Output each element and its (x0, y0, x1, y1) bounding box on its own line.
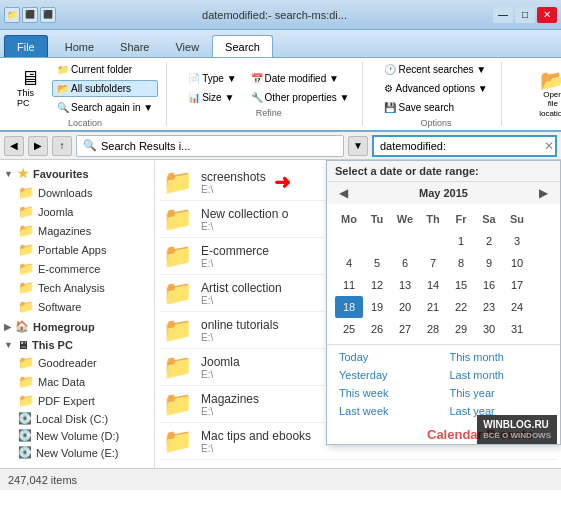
sidebar-item-macdata[interactable]: 📁 Mac Data (0, 372, 154, 391)
cal-cell-w5-5[interactable]: 29 (447, 318, 475, 340)
cal-cell-w3-7[interactable]: 17 (503, 274, 531, 296)
sidebar-header-thispc[interactable]: ▼ 🖥 This PC (0, 337, 154, 353)
ribbon-btn-all-subfolders[interactable]: 📂 All subfolders (52, 80, 158, 97)
close-button[interactable]: ✕ (537, 7, 557, 23)
cal-cell-w2-7[interactable]: 10 (503, 252, 531, 274)
tab-home[interactable]: Home (52, 35, 107, 57)
ribbon-btn-current-folder[interactable]: 📁 Current folder (52, 61, 158, 78)
calendar-next-button[interactable]: ▶ (535, 186, 552, 200)
cal-cell-w4-4[interactable]: 21 (419, 296, 447, 318)
ribbon-btn-other-properties[interactable]: 🔧 Other properties ▼ (246, 89, 355, 106)
back-button[interactable]: ◀ (4, 136, 24, 156)
ribbon-btn-recent-searches[interactable]: 🕐 Recent searches ▼ (379, 61, 492, 78)
ribbon-btn-search-again[interactable]: 🔍 Search again in ▼ (52, 99, 158, 116)
ribbon-btn-size[interactable]: 📊 Size ▼ (183, 89, 241, 106)
ribbon-btn-type[interactable]: 📄 Type ▼ (183, 70, 241, 87)
preset-this-year[interactable]: This year (446, 385, 553, 401)
cal-cell-w1-5[interactable]: 1 (447, 230, 475, 252)
cal-cell-w2-4[interactable]: 7 (419, 252, 447, 274)
cal-day-we: We (391, 208, 419, 230)
sidebar-item-localDisk[interactable]: 💽 Local Disk (C:) (0, 410, 154, 427)
cal-cell-w3-6[interactable]: 16 (475, 274, 503, 296)
ribbon-btn-save-search[interactable]: 💾 Save search (379, 99, 492, 116)
cal-cell-w3-5[interactable]: 15 (447, 274, 475, 296)
up-button[interactable]: ↑ (52, 136, 72, 156)
cal-cell-w5-2[interactable]: 26 (363, 318, 391, 340)
ribbon: 🖥 This PC 📁 Current folder 📂 All subfold… (0, 58, 561, 132)
cal-cell-w4-6[interactable]: 23 (475, 296, 503, 318)
cal-cell-w3-4[interactable]: 14 (419, 274, 447, 296)
preset-last-month[interactable]: Last month (446, 367, 553, 383)
expand-arrow-thispc: ▼ (4, 340, 13, 350)
sidebar-item-downloads[interactable]: 📁 Downloads (0, 183, 154, 202)
cal-cell-w1-1[interactable] (335, 230, 363, 252)
calendar-icon: 📅 (251, 73, 263, 84)
ribbon-btn-advanced-options[interactable]: ⚙ Advanced options ▼ (379, 80, 492, 97)
sidebar-item-pdfexpert[interactable]: 📁 PDF Expert (0, 391, 154, 410)
favourites-label: Favourites (33, 168, 89, 180)
cal-cell-w5-7[interactable]: 31 (503, 318, 531, 340)
tab-share[interactable]: Share (107, 35, 162, 57)
preset-this-month[interactable]: This month (446, 349, 553, 365)
minimize-button[interactable]: — (493, 7, 513, 23)
cal-cell-w2-3[interactable]: 6 (391, 252, 419, 274)
cal-cell-w5-4[interactable]: 28 (419, 318, 447, 340)
address-path[interactable]: 🔍 Search Results i... (76, 135, 344, 157)
calendar-prev-button[interactable]: ◀ (335, 186, 352, 200)
maximize-button[interactable]: □ (515, 7, 535, 23)
tab-search[interactable]: Search (212, 35, 273, 57)
sidebar-header-favourites[interactable]: ▼ ★ Favourites (0, 164, 154, 183)
file-path-4: E:\ (201, 332, 278, 343)
file-info-0: screenshots E:\ (201, 170, 266, 195)
preset-today[interactable]: Today (335, 349, 442, 365)
sidebar-header-homegroup[interactable]: ▶ 🏠 Homegroup (0, 318, 154, 335)
sidebar-item-techanalysis[interactable]: 📁 Tech Analysis (0, 278, 154, 297)
sidebar-item-ecommerce[interactable]: 📁 E-commerce (0, 259, 154, 278)
cal-cell-w5-1[interactable]: 25 (335, 318, 363, 340)
tab-file[interactable]: File (4, 35, 48, 57)
tab-view[interactable]: View (162, 35, 212, 57)
cal-cell-w1-6[interactable]: 2 (475, 230, 503, 252)
preset-this-week[interactable]: This week (335, 385, 442, 401)
thispc-icon: 🖥 (17, 339, 28, 351)
cal-cell-w5-6[interactable]: 30 (475, 318, 503, 340)
cal-cell-w3-1[interactable]: 11 (335, 274, 363, 296)
clear-search-button[interactable]: ✕ (544, 139, 554, 153)
dropdown-button[interactable]: ▼ (348, 136, 368, 156)
cal-cell-w4-1-today[interactable]: 18 (335, 296, 363, 318)
cal-cell-w3-2[interactable]: 12 (363, 274, 391, 296)
forward-button[interactable]: ▶ (28, 136, 48, 156)
sidebar-item-magazines[interactable]: 📁 Magazines (0, 221, 154, 240)
ribbon-btn-thispc[interactable]: 🖥 This PC (12, 65, 48, 111)
ribbon-btn-date-modified[interactable]: 📅 Date modified ▼ (246, 70, 355, 87)
cal-cell-w4-2[interactable]: 19 (363, 296, 391, 318)
cal-cell-w2-5[interactable]: 8 (447, 252, 475, 274)
cal-cell-w2-2[interactable]: 5 (363, 252, 391, 274)
cal-cell-w1-4[interactable] (419, 230, 447, 252)
folder-icon-file-1: 📁 (163, 205, 193, 233)
sidebar-item-joomla[interactable]: 📁 Joomla (0, 202, 154, 221)
preset-last-week[interactable]: Last week (335, 403, 442, 419)
cal-cell-w1-7[interactable]: 3 (503, 230, 531, 252)
cal-cell-w4-7[interactable]: 24 (503, 296, 531, 318)
sidebar-item-goodreader[interactable]: 📁 Goodreader (0, 353, 154, 372)
cal-cell-w4-3[interactable]: 20 (391, 296, 419, 318)
cal-cell-w4-5[interactable]: 22 (447, 296, 475, 318)
calendar-header: Select a date or date range: (327, 161, 560, 182)
cal-cell-w2-1[interactable]: 4 (335, 252, 363, 274)
sidebar-item-newVolumeE[interactable]: 💽 New Volume (E:) (0, 444, 154, 461)
sidebar-item-newVolumeD[interactable]: 💽 New Volume (D:) (0, 427, 154, 444)
folder-icon-pdfexpert: 📁 (18, 393, 34, 408)
preset-yesterday[interactable]: Yesterday (335, 367, 442, 383)
datemodified-input[interactable] (372, 135, 557, 157)
sidebar-item-portableapps[interactable]: 📁 Portable Apps (0, 240, 154, 259)
cal-cell-w1-2[interactable] (363, 230, 391, 252)
cal-cell-w3-3[interactable]: 13 (391, 274, 419, 296)
ribbon-btn-open-file-location[interactable]: 📂 Open file location (534, 67, 561, 122)
ribbon-options-items: 🕐 Recent searches ▼ ⚙ Advanced options ▼… (379, 61, 492, 116)
cal-cell-w5-3[interactable]: 27 (391, 318, 419, 340)
sidebar-item-software[interactable]: 📁 Software (0, 297, 154, 316)
cal-cell-w1-3[interactable] (391, 230, 419, 252)
location-group-label: Location (68, 118, 102, 128)
cal-cell-w2-6[interactable]: 9 (475, 252, 503, 274)
